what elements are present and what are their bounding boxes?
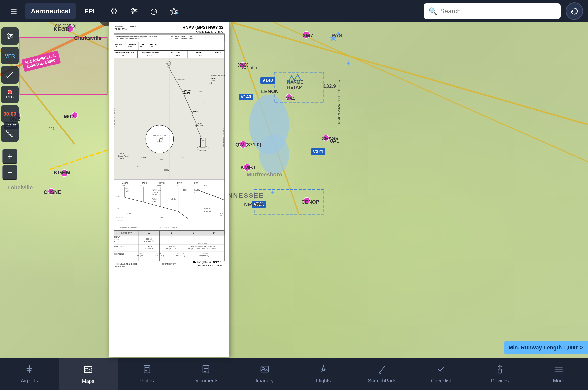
svg-text:NASHVILLE TOWER: NASHVILLE TOWER [142,52,159,54]
layers-button[interactable] [5,3,22,19]
city-label-clarksville: Clarksville [74,35,102,41]
plates-icon [142,364,152,376]
settings-button[interactable]: ⚙ [105,3,123,19]
svg-text:ONUGE: ONUGE [211,77,217,79]
svg-text:513 (500-1): 513 (500-1) [145,248,153,250]
imagery-label: Imagery [256,378,274,384]
search-icon: 🔍 [429,7,437,15]
svg-text:HIRL all Rwys: HIRL all Rwys [198,243,207,244]
timer-display[interactable]: 00:00 [1,105,19,123]
nav-documents[interactable]: Documents [176,358,235,390]
filter-button[interactable] [125,3,143,19]
svg-text:513 (500-1½): 513 (500-1½) [188,248,198,250]
svg-text:[3100]: [3100] [156,137,163,140]
svg-text:3100: 3100 [116,196,120,198]
zoom-out-button[interactable]: − [2,165,17,180]
svg-point-55 [132,8,134,10]
nav-devices[interactable]: Devices [470,358,529,390]
svg-text:RNAV (GPS) RWY 13: RNAV (GPS) RWY 13 [192,260,223,264]
nav-maps[interactable]: Maps [59,358,118,390]
svg-point-57 [132,12,134,14]
svg-text:NASHVILLE APP CON: NASHVILLE APP CON [115,52,134,54]
fpl-button[interactable]: FPL [79,3,103,19]
svg-text:126.05: 126.05 [196,54,202,56]
svg-text:▲  NA below -16°C or above 47°: ▲ NA below -16°C or above 47°C. [115,38,140,40]
svg-line-68 [7,72,12,77]
svg-text:AL-282 (FAA): AL-282 (FAA) [115,28,128,30]
svg-line-259 [379,373,380,374]
svg-text:1380-2½: 1380-2½ [201,253,208,254]
nav-flights[interactable]: Flights [294,358,353,390]
label-pas: PAS [331,32,342,39]
search-input[interactable] [440,7,556,15]
svg-text:GP 3.00°: GP 3.00° [116,217,124,219]
star-button[interactable]: ◷ [165,3,183,19]
svg-text:IDAGE: IDAGE [141,182,147,184]
devices-icon [495,364,505,376]
svg-text:1199: 1199 [202,103,205,104]
svg-text:NASHVILLE INTL (BNA): NASHVILLE INTL (BNA) [198,264,223,267]
devices-label: Devices [491,378,509,384]
vfr-button[interactable]: VFR [1,47,19,64]
nav-imagery[interactable]: Imagery [235,358,294,390]
checklist-icon [436,364,446,376]
svg-text:MSA RW13 25 NM: MSA RW13 25 NM [153,135,166,136]
svg-text:TWR: TWR [219,212,223,214]
refresh-button[interactable] [566,2,583,20]
svg-text:MISSED APCH FIX: MISSED APCH FIX [211,75,225,76]
map-background[interactable]: JARAS 3,100' IDAGE 500' AX 2,200' AT... … [0,0,588,390]
svg-text:Rwy Ldg: Rwy Ldg [128,43,136,45]
aeronautical-button[interactable]: Aeronautical [25,3,76,19]
city-label-murfreesboro: Murfreesboro [247,171,282,178]
svg-text:LNAV/: LNAV/ [114,236,120,238]
checklist-label: Checklist [431,378,451,384]
nav-checklist[interactable]: Checklist [412,358,470,390]
zoom-in-button[interactable]: + [2,149,17,164]
timer-button[interactable]: ◷ [145,3,163,19]
svg-text:118.4  360.7: 118.4 360.7 [120,54,130,56]
svg-text:1080-1½: 1080-1½ [168,245,175,248]
svg-text:JARAS: JARAS [122,182,128,184]
nav-plates[interactable]: Plates [118,358,176,390]
svg-text:1080-1½: 1080-1½ [190,245,197,248]
svg-text:13 JUN 2024 to 11 JUL 2024: 13 JUN 2024 to 11 JUL 2024 [114,108,115,128]
svg-text:Holding Pattern: Holding Pattern [118,155,129,157]
svg-text:2049▲: 2049▲ [141,156,146,158]
nav-scratchpads[interactable]: ScratchPads [353,358,412,390]
svg-text:☐ CIRCLING: ☐ CIRCLING [114,253,124,255]
svg-text:781 (800-2½): 781 (800-2½) [199,255,209,257]
min-runway-badge[interactable]: Min. Runway Length 1,000' > [504,341,588,354]
more-label: More [553,378,564,384]
maps-icon [83,365,93,377]
svg-text:*LNAV only:: *LNAV only: [152,189,161,191]
svg-text:NASHVILLE, TENNESSEE: NASHVILLE, TENNESSEE [115,263,138,265]
rec-button[interactable]: REC [1,86,19,103]
label-132: 132.9 [323,83,336,89]
draw-button[interactable] [1,66,19,84]
sidebar-filter-button[interactable] [1,27,19,45]
svg-text:GND CON: GND CON [171,52,180,54]
svg-text:← 2 NM →← 1.8 NM →: ← 2 NM →← 1.8 NM → [160,226,177,228]
airport-label-cenop: CENOP [301,199,319,205]
svg-rect-245 [84,367,92,373]
svg-text:513 (500-1½): 513 (500-1½) [166,248,176,250]
svg-text:DA: DA [114,241,117,243]
approach-plate[interactable]: NASHVILLE, TENNESSEE AL-282 (FAA) 24137 … [109,22,229,357]
svg-text:TDZE 567: TDZE 567 [204,210,212,212]
svg-text:2200: 2200 [157,184,161,186]
nav-more[interactable]: More [529,358,588,390]
svg-text:CEPAX: CEPAX [158,182,165,184]
svg-text:CLNC DEL: CLNC DEL [195,52,204,54]
search-bar[interactable]: 🔍 [424,3,561,19]
svg-point-66 [10,35,12,37]
svg-text:521 (600-1): 521 (600-1) [155,255,164,257]
svg-text:1120-1: 1120-1 [157,253,162,254]
svg-text:CPDLC: CPDLC [215,52,221,54]
svg-text:1080-1: 1080-1 [146,245,152,248]
route-button[interactable] [1,125,19,142]
svg-point-7 [259,134,289,174]
svg-text:(IF/IAF): (IF/IAF) [184,89,191,92]
nav-airports[interactable]: Airports [0,358,59,390]
plates-label: Plates [140,378,154,384]
svg-text:968-1½: 968-1½ [146,238,152,240]
